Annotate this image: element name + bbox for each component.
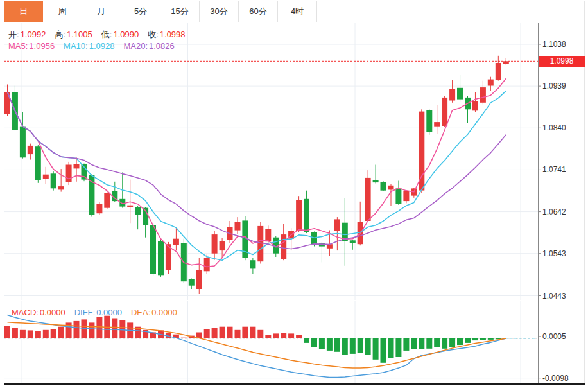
macd-axis-label: -0.0098 <box>542 374 569 383</box>
tab-周[interactable]: 周 <box>43 1 82 22</box>
last-price-badge: 1.0998 <box>539 56 585 67</box>
ohlc-legend: 开:1.0992高:1.1005低:1.0990收:1.0998 <box>8 29 195 40</box>
low-label: 低: <box>101 30 112 39</box>
close-label: 收: <box>148 30 159 39</box>
tab-月[interactable]: 月 <box>82 1 121 22</box>
close-value: 1.0998 <box>160 30 186 39</box>
tab-4时[interactable]: 4时 <box>278 1 317 22</box>
dea-value: 0.0000 <box>151 308 177 317</box>
ma-legend: MA5:1.0956MA10:1.0928MA20:1.0826 <box>8 41 184 51</box>
tab-5分[interactable]: 5分 <box>121 1 160 22</box>
macd-histogram <box>4 316 501 363</box>
bottom-border <box>4 383 585 385</box>
ma20-value: 1.0826 <box>149 41 175 51</box>
candlesticks <box>4 56 509 294</box>
ma10-label: MA10: <box>64 41 88 51</box>
price-axis-label: 1.0543 <box>542 249 566 258</box>
diff-value: 0.0000 <box>96 308 122 317</box>
diff-label: DIFF: <box>74 308 96 317</box>
chart-canvas: 1.10381.09391.08401.07411.06421.05431.04… <box>0 0 588 386</box>
macd-label: MACD: <box>12 308 39 317</box>
ma5-label: MA5: <box>8 41 28 51</box>
price-axis-label: 1.0642 <box>542 207 566 216</box>
tab-日[interactable]: 日 <box>4 1 43 22</box>
price-axis-label: 1.0443 <box>542 292 566 301</box>
price-axis-label: 1.1038 <box>542 40 566 49</box>
tabbar-divider <box>4 22 585 22</box>
ma5-value: 1.0956 <box>29 41 55 51</box>
ma20-label: MA20: <box>123 41 148 51</box>
price-axis-label: 1.0939 <box>542 82 566 91</box>
tab-15分[interactable]: 15分 <box>160 1 200 22</box>
price-axis-label: 1.0741 <box>542 165 566 174</box>
macd-axis-label: 0.0005 <box>542 332 566 341</box>
open-label: 开: <box>8 30 19 39</box>
price-axis-label: 1.0840 <box>542 123 566 132</box>
forex-candlestick-widget: 1.10381.09391.08401.07411.06421.05431.04… <box>0 0 588 386</box>
dea-label: DEA: <box>131 308 150 317</box>
open-value: 1.0992 <box>21 30 46 39</box>
right-axis: 1.10381.09391.08401.07411.06421.05431.04… <box>538 23 569 383</box>
low-value: 1.0990 <box>113 30 139 39</box>
timeframe-tabbar: 日周月5分15分30分60分4时 <box>4 1 317 22</box>
ma10-value: 1.0928 <box>89 41 115 51</box>
high-value: 1.1005 <box>67 30 92 39</box>
tab-60分[interactable]: 60分 <box>239 1 278 22</box>
tab-30分[interactable]: 30分 <box>200 1 239 22</box>
high-label: 高: <box>55 30 65 39</box>
macd-legend: MACD:0.0000DIFF:0.0000DEA:0.0000 <box>12 308 186 317</box>
macd-value: 0.0000 <box>40 308 65 317</box>
